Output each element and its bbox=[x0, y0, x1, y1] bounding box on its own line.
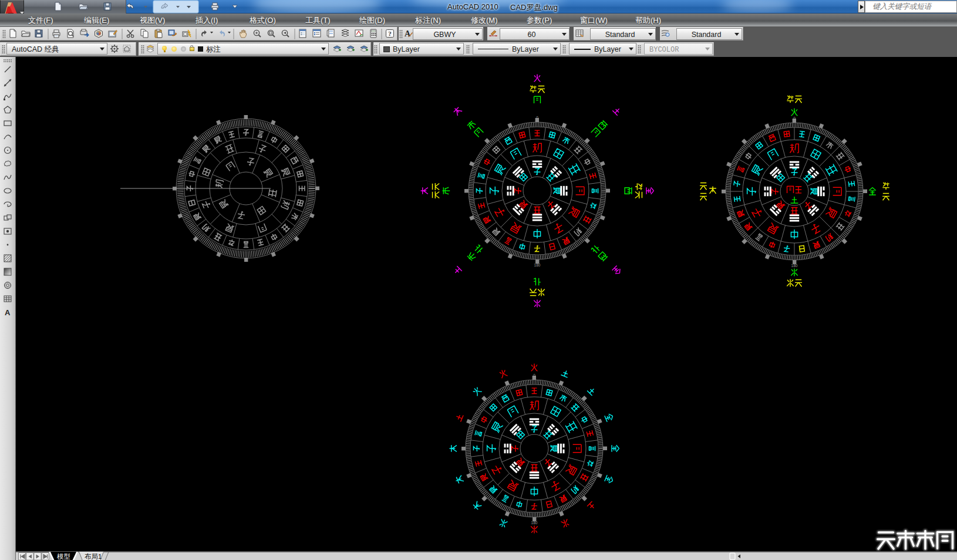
svg-text:0: 0 bbox=[793, 116, 796, 120]
svg-text:模型: 模型 bbox=[57, 553, 70, 560]
svg-text:布局1: 布局1 bbox=[85, 553, 102, 560]
svg-text:180: 180 bbox=[791, 264, 798, 268]
svg-text:A: A bbox=[5, 308, 11, 317]
svg-text:?: ? bbox=[388, 30, 392, 37]
svg-text:180: 180 bbox=[531, 521, 538, 525]
svg-text:A: A bbox=[405, 29, 411, 38]
svg-text:180: 180 bbox=[534, 263, 541, 267]
svg-text:0: 0 bbox=[533, 373, 535, 377]
svg-text:0: 0 bbox=[536, 116, 538, 120]
